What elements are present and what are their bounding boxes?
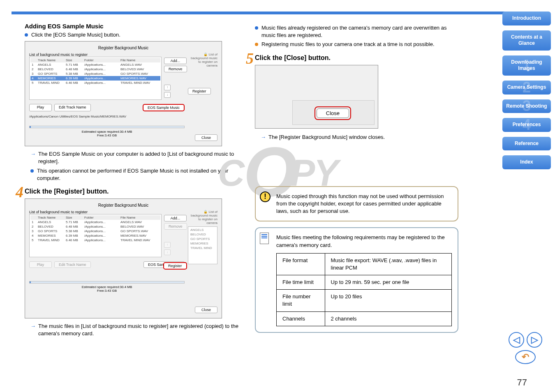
space-free: Free:3.43 GB (29, 134, 185, 137)
left-column: Adding EOS Sample Music Click the [EOS S… (25, 23, 255, 339)
move-up-button[interactable]: ↑ (164, 85, 171, 90)
register-button[interactable]: Register (188, 88, 211, 95)
table-cell: File time limit (277, 275, 325, 290)
edit-track-button[interactable]: Edit Track Name (54, 104, 91, 111)
right-column: Music files already registered on the ca… (255, 23, 462, 339)
nav-camera-settings[interactable]: Camera Settings (502, 81, 551, 95)
bullet-icon (25, 33, 28, 37)
add-button[interactable]: Add... (164, 58, 187, 64)
space-progress (29, 126, 185, 128)
music-list-2[interactable]: Track NameSizeFolderFile Name 1ANGELS5.7… (29, 214, 162, 257)
table-cell: Channels (277, 311, 325, 326)
note-text-1: This operation cannot be performed if EO… (37, 167, 247, 182)
move-down-button-2[interactable]: ↓ (164, 249, 171, 255)
dialog-register-1: Register Background Music List of backgr… (25, 41, 222, 146)
section-heading: Adding EOS Sample Music (25, 23, 247, 30)
bullet-icon (255, 26, 258, 30)
warning-box: ! Music copied through this function may… (255, 186, 458, 222)
section-subtext: Click the [EOS Sample Music] button. (31, 31, 120, 39)
arrow-icon: → (30, 323, 36, 330)
bullet-icon (255, 43, 258, 46)
music-list[interactable]: Track NameSizeFolderFile Name 1ANGELS5.7… (29, 57, 162, 100)
dialog-register-2: Register Background Music List of backgr… (25, 198, 222, 318)
prev-page-button[interactable]: ◁ (509, 332, 524, 348)
sidebar-nav: Introduction Contents at a Glance Downlo… (502, 12, 551, 174)
table-cell: Up to 20 files (325, 290, 451, 311)
list-label-2: List of background music to register (29, 210, 185, 214)
remove-button-2[interactable]: Remove (164, 223, 187, 230)
result-text-4: The music files in [List of background m… (38, 323, 247, 337)
table-cell: File number limit (277, 290, 325, 311)
requirements-table: File formatMusic file export: WAVE (.wav… (276, 253, 452, 326)
nav-contents[interactable]: Contents at a Glance (502, 30, 551, 51)
space-progress-2 (29, 281, 185, 284)
eos-sample-music-button[interactable]: EOS Sample Music (143, 104, 185, 111)
arrow-icon: → (30, 150, 36, 158)
list-label: List of background music to register (29, 53, 185, 57)
camera-list-label-2: List of background music to register on … (188, 210, 217, 225)
space-required-2: Estimated space required:30.4 MB (29, 285, 185, 289)
note-box: Music files meeting the following requir… (255, 227, 458, 333)
note-text: Music files meeting the following requir… (276, 234, 445, 248)
remove-button[interactable]: Remove (164, 66, 187, 72)
page-number: 77 (517, 377, 527, 388)
move-up-button-2[interactable]: ↑ (164, 242, 171, 248)
table-cell: Up to 29 min. 59 sec. per one file (325, 275, 451, 290)
step-number-5: 5 (246, 49, 254, 67)
result-text-5: The [Register Background Music] window c… (268, 134, 385, 141)
back-button[interactable]: ↶ (515, 350, 536, 364)
play-button-2[interactable]: Play (29, 261, 52, 268)
camera-music-list: ANGELSBELOVEDGO SPORTSMEMORIESTRAVEL MIN… (188, 226, 217, 264)
nav-preferences[interactable]: Preferences (502, 118, 551, 132)
step-4-title: Click the [Register] button. (25, 188, 109, 195)
bullet-icon (30, 169, 34, 173)
close-button-highlighted[interactable]: Close (314, 106, 351, 120)
table-cell: File format (277, 253, 325, 275)
space-free-2: Free:3.43 GB (29, 289, 185, 293)
nav-remote-shooting[interactable]: Remote Shooting (502, 99, 551, 113)
step-number-4: 4 (16, 183, 23, 201)
add-button-2[interactable]: Add... (164, 215, 187, 221)
close-button-2[interactable]: Close (195, 307, 217, 313)
close-button[interactable]: Close (195, 134, 217, 141)
camera-list-label: List of background music to register on … (188, 53, 217, 67)
nav-index[interactable]: Index (502, 155, 551, 169)
dialog-title-2: Register Background Music (29, 203, 217, 208)
dialog-title: Register Background Music (29, 46, 217, 50)
nav-reference[interactable]: Reference (502, 137, 551, 151)
close-dialog-panel: Close (255, 65, 378, 129)
play-button[interactable]: Play (29, 104, 52, 111)
nav-introduction[interactable]: Introduction (502, 12, 551, 25)
warning-text: Music copied through this function may n… (276, 193, 444, 214)
right-note-2: Registering music files to your camera o… (261, 41, 435, 48)
step-5-title: Click the [Close] button. (255, 54, 331, 61)
arrow-icon: → (261, 134, 266, 141)
note-icon (260, 233, 269, 244)
nav-downloading[interactable]: Downloading Images (502, 55, 551, 76)
register-button-2[interactable]: Register (163, 262, 187, 270)
warning-icon: ! (260, 191, 271, 202)
table-cell: Music file export: WAVE (.wav, .wave) fi… (325, 253, 451, 275)
move-down-button[interactable]: ↓ (164, 92, 171, 98)
header-bar (12, 12, 543, 14)
page-nav-buttons: ◁ ▷ ↶ (508, 332, 543, 364)
space-required: Estimated space required:30.4 MB (29, 130, 185, 134)
edit-track-button-2[interactable]: Edit Track Name (54, 261, 91, 268)
right-note-1: Music files already registered on the ca… (261, 24, 458, 39)
result-text-1: The EOS Sample Music on your computer is… (38, 150, 247, 165)
file-path: /Applications/Canon Utilities/EOS Sample… (29, 115, 185, 118)
next-page-button[interactable]: ▷ (527, 332, 542, 348)
table-cell: 2 channels (325, 311, 451, 326)
